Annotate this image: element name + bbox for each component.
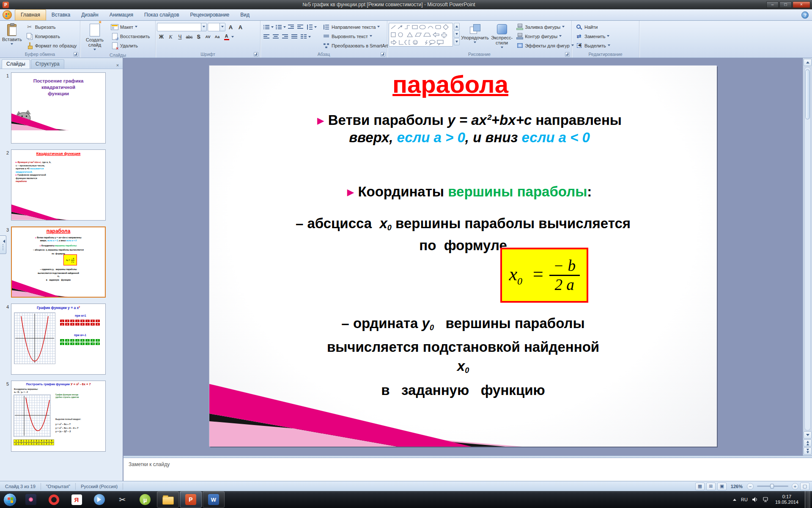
- paste-button[interactable]: Вставить: [1, 22, 23, 51]
- columns-button[interactable]: [299, 33, 308, 41]
- tab-view[interactable]: Вид: [235, 10, 255, 20]
- zoom-slider-thumb[interactable]: [770, 484, 774, 489]
- increase-indent-button[interactable]: [296, 23, 304, 31]
- scrollbar-track[interactable]: [804, 67, 811, 431]
- normal-view-button[interactable]: ▦: [695, 483, 705, 490]
- shape-effects-button[interactable]: Эффекты для фигур: [514, 41, 576, 50]
- paragraph-dialog-launcher[interactable]: [381, 52, 385, 57]
- italic-button[interactable]: К: [166, 33, 175, 41]
- strikethrough-button[interactable]: abc: [185, 33, 194, 41]
- yandex-taskbar-button[interactable]: Я: [66, 491, 88, 508]
- show-desktop-button[interactable]: [805, 491, 810, 508]
- bullets-button[interactable]: [262, 23, 271, 31]
- scroll-up-button[interactable]: [804, 59, 812, 66]
- powerpoint-app-icon[interactable]: P: [3, 2, 9, 8]
- status-language[interactable]: Русский (Россия): [76, 483, 123, 490]
- reset-slide-button[interactable]: Восстановить: [109, 32, 152, 41]
- slide-thumbnail-1[interactable]: Построение графика квадратичной функции: [11, 72, 106, 144]
- zoom-level[interactable]: 126%: [728, 484, 745, 489]
- shape-fill-button[interactable]: Заливка фигуры: [514, 22, 576, 31]
- close-pane-button[interactable]: ×: [114, 62, 121, 69]
- maximize-button[interactable]: □: [779, 1, 792, 8]
- align-left-button[interactable]: [262, 33, 271, 41]
- layout-button[interactable]: Макет: [109, 22, 152, 31]
- language-indicator[interactable]: RU: [741, 497, 748, 502]
- speaker-icon[interactable]: [752, 497, 758, 502]
- start-button[interactable]: [0, 491, 19, 508]
- tab-design[interactable]: Дизайн: [76, 10, 104, 20]
- utorrent-taskbar-button[interactable]: µ: [134, 491, 156, 508]
- slide-sorter-view-button[interactable]: ⊞: [706, 483, 716, 490]
- tab-slides-pane[interactable]: Слайды: [2, 59, 30, 69]
- select-button[interactable]: Выделить: [573, 41, 612, 50]
- slide-thumbnail-3-selected[interactable]: парабола ▸ Ветви параболы y = ax²+bx+c н…: [11, 226, 106, 298]
- next-slide-button[interactable]: [804, 447, 812, 455]
- scroll-down-button[interactable]: [804, 431, 812, 439]
- panel-collapse-grip[interactable]: [0, 235, 6, 254]
- office-button[interactable]: [3, 10, 12, 19]
- font-dialog-launcher[interactable]: [254, 52, 258, 57]
- delete-slide-button[interactable]: Удалить: [109, 41, 152, 50]
- align-text-button[interactable]: Выровнять текст: [320, 32, 394, 41]
- copy-button[interactable]: Копировать: [24, 32, 79, 41]
- change-case-button[interactable]: Aa: [213, 33, 222, 41]
- player-taskbar-button[interactable]: [88, 491, 110, 508]
- network-icon[interactable]: [763, 497, 769, 502]
- grow-font-button[interactable]: А: [226, 23, 235, 31]
- quick-styles-button[interactable]: Экспресс-стили: [490, 22, 513, 51]
- shapes-gallery[interactable]: [389, 23, 453, 47]
- text-shadow-button[interactable]: S: [194, 33, 203, 41]
- scrollbar-thumb[interactable]: [805, 69, 810, 119]
- tab-review[interactable]: Рецензирование: [185, 10, 235, 20]
- bold-button[interactable]: Ж: [157, 33, 166, 41]
- drawing-dialog-launcher[interactable]: [565, 52, 570, 57]
- tab-outline-pane[interactable]: Структура: [31, 59, 64, 69]
- format-painter-button[interactable]: Формат по образцу: [24, 41, 79, 50]
- convert-to-smartart-button[interactable]: Преобразовать в SmartArt: [320, 41, 394, 50]
- character-spacing-button[interactable]: AV: [203, 33, 212, 41]
- align-right-button[interactable]: [280, 33, 289, 41]
- font-size-combo[interactable]: [208, 23, 225, 31]
- snipping-tool-taskbar-button[interactable]: ✂: [111, 491, 133, 508]
- slide-canvas[interactable]: парабола ▸ Ветви параболы y = ax²+bx+c н…: [209, 66, 717, 447]
- underline-button[interactable]: Ч: [176, 33, 184, 41]
- tab-home[interactable]: Главная: [15, 9, 46, 20]
- tab-animation[interactable]: Анимация: [104, 10, 139, 20]
- notes-placeholder[interactable]: Заметки к слайду: [123, 458, 812, 471]
- previous-slide-button[interactable]: [804, 439, 812, 447]
- font-name-combo[interactable]: [157, 23, 207, 31]
- decrease-indent-button[interactable]: [286, 23, 295, 31]
- new-slide-button[interactable]: Создать слайд: [82, 22, 108, 52]
- numbering-button[interactable]: [274, 23, 283, 31]
- justify-button[interactable]: [290, 33, 299, 41]
- powerpoint-taskbar-button[interactable]: P: [180, 491, 202, 508]
- cut-button[interactable]: ✂Вырезать: [24, 22, 79, 31]
- zoom-in-button[interactable]: +: [792, 483, 798, 490]
- zoom-slider[interactable]: [757, 486, 788, 487]
- tab-slideshow[interactable]: Показ слайдов: [139, 10, 185, 20]
- opera-taskbar-button[interactable]: [43, 491, 65, 508]
- slide-thumbnail-2[interactable]: Квадратичная функция ▸ Функция y=ax²+bx+…: [11, 149, 106, 221]
- tab-insert[interactable]: Вставка: [46, 10, 76, 20]
- help-button[interactable]: ?: [801, 11, 809, 19]
- shape-outline-button[interactable]: Контур фигуры: [514, 32, 576, 41]
- slideshow-view-button[interactable]: ▣: [717, 483, 727, 490]
- media-app-taskbar-button[interactable]: [20, 491, 42, 508]
- word-taskbar-button[interactable]: W: [203, 491, 225, 508]
- align-center-button[interactable]: [271, 33, 280, 41]
- minimize-button[interactable]: –: [766, 1, 779, 8]
- line-spacing-button[interactable]: [305, 23, 314, 31]
- clock[interactable]: 0:17 19.05.2014: [774, 494, 800, 505]
- explorer-taskbar-button[interactable]: [157, 491, 179, 508]
- shapes-scroll-up-button[interactable]: [454, 23, 460, 30]
- close-button[interactable]: ×: [793, 1, 810, 8]
- clipboard-dialog-launcher[interactable]: [74, 52, 78, 57]
- zoom-out-button[interactable]: −: [747, 483, 754, 490]
- shapes-more-button[interactable]: [454, 38, 460, 45]
- find-button[interactable]: Найти: [573, 22, 612, 31]
- slide-thumbnail-4[interactable]: График функции y = a x2 при a=1 x-3-2-10…: [11, 304, 106, 375]
- text-direction-button[interactable]: Направление текста: [320, 22, 394, 31]
- hidden-icons-button[interactable]: [733, 499, 736, 501]
- vertical-scrollbar[interactable]: [803, 58, 812, 456]
- arrange-button[interactable]: Упорядочить: [461, 22, 489, 51]
